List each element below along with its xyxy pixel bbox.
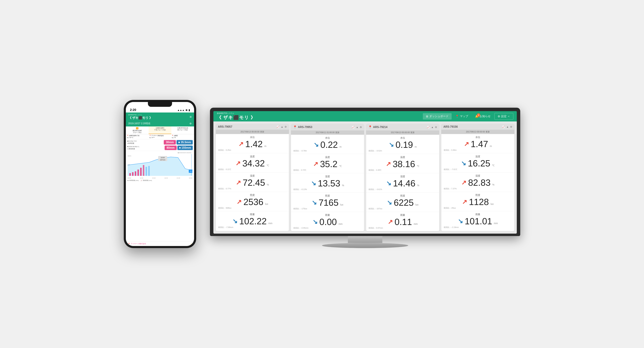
monitor-logo-sub: 森林農業予防システム bbox=[217, 112, 234, 115]
cumulative-rain-label: ■10/26 04:00からの累積雨量 bbox=[127, 146, 164, 150]
metric-arrow-2-1: ↗ bbox=[386, 161, 391, 167]
metric-unit-0-0: m bbox=[264, 145, 266, 148]
upload-icon-0[interactable]: ▲ bbox=[281, 125, 283, 128]
metric-value-2-4: 0.11 bbox=[394, 217, 412, 226]
svg-text:163.5: 163.5 bbox=[128, 155, 131, 157]
metric-row-1-0: 水位 ↘ 0.22 m 前回比：-0.78m bbox=[291, 135, 364, 154]
metric-arrow-3-1: ↘ bbox=[461, 160, 466, 166]
metric-unit-3-3: lux bbox=[490, 203, 494, 206]
sensor-card-1: 📍 ARS-79953 📈 ▲ ⚙ 2017/06/11 01:00:00 更新… bbox=[291, 124, 364, 231]
chart-time-axis: 09:00 12:00 15:00 18:00 21:00 00:00 bbox=[128, 177, 192, 179]
nav-map[interactable]: 📍 マップ bbox=[452, 113, 471, 120]
svg-text:100: 100 bbox=[128, 164, 130, 166]
location-name-0: 台東区浅草5丁目センサー1 bbox=[127, 135, 140, 138]
metric-arrow-0-4: ↘ bbox=[232, 218, 238, 224]
settings-icon-3[interactable]: ⚙ bbox=[510, 125, 512, 128]
location-name-1: アイサーク株式会社センサー bbox=[149, 135, 164, 138]
sensor-cards-grid: ARS-79057 📈 ▲ ⚙ 2017/06/13 00:00:00 更新 水… bbox=[214, 121, 517, 234]
signal-bars-icon: ▲▲▲ bbox=[177, 109, 184, 111]
upload-icon-1[interactable]: ▲ bbox=[356, 126, 358, 128]
card-id-text-0: ARS-79057 bbox=[218, 125, 232, 128]
card-header-icons-1: 📈 ▲ ⚙ bbox=[352, 126, 362, 128]
metric-label-1-3: 照度 bbox=[294, 194, 362, 197]
chart-icon-2[interactable]: 📈 bbox=[427, 126, 430, 128]
phone-tab-0[interactable]: ⚠ 鹿児島市浜町グループ名1 bbox=[126, 126, 148, 134]
chart-icon-1[interactable]: 📈 bbox=[352, 126, 354, 128]
metric-arrow-0-0: ↗ bbox=[238, 141, 244, 147]
metric-label-1-1: 温度 bbox=[294, 156, 362, 159]
monitor-logo-area: 森林農業予防システム 《 ザキ⬛モリ 》 bbox=[217, 112, 256, 121]
metric-sub-2-3: 前回比：-167lux bbox=[368, 207, 437, 210]
nav-notifications[interactable]: 🔔 1 お知らせ bbox=[472, 113, 494, 120]
legend-hourly: ■ 1時間雨量 (mm) bbox=[128, 180, 138, 181]
svg-rect-8 bbox=[148, 166, 150, 176]
metric-label-1-4: 雨量 bbox=[294, 214, 362, 217]
location-pin-icon: 📍 bbox=[293, 125, 297, 129]
chart-icon-3[interactable]: 📈 bbox=[502, 125, 505, 128]
metric-sub-3-4: 前回比：-2.19mm bbox=[444, 226, 512, 229]
tab-1-label: 台東区浅草5丁目グループ名2 bbox=[149, 127, 171, 131]
metric-row-1-2: 湿度 ↘ 13.53 % 前回比：-0.13% bbox=[291, 173, 364, 193]
hour-rain-label: ■02:20までの1時間雨量 bbox=[127, 140, 163, 145]
monitor-topbar: 森林農業予防システム 《 ザキ⬛モリ 》 ⊞ ダッシュボード 📍 マップ bbox=[214, 111, 517, 121]
metric-sub-2-1: 前回比：4.39℃ bbox=[368, 169, 437, 171]
phone-gear-icon[interactable]: ⚙ bbox=[190, 122, 192, 125]
bell-icon-wrapper: 🔔 1 bbox=[475, 115, 478, 118]
metric-value-3-4: 101.01 bbox=[465, 217, 492, 226]
metric-value-0-4: 102.22 bbox=[239, 217, 267, 226]
nav-settings[interactable]: ⚙ 設定 ＜ bbox=[494, 113, 513, 120]
monitor-wrapper: 森林農業予防システム 《 ザキ⬛モリ 》 ⊞ ダッシュボード 📍 マップ bbox=[210, 108, 520, 248]
settings-icon-0[interactable]: ⚙ bbox=[284, 125, 287, 128]
location-item-0: 📍 台東区浅草5丁目センサー1 bbox=[127, 135, 148, 138]
phone-tab-2[interactable]: 広島市中区住吉町グループ名3 bbox=[171, 126, 194, 134]
metric-sub-1-3: 前回比：-175lux bbox=[294, 207, 362, 210]
cumulative-value-1: 80mm bbox=[164, 146, 177, 150]
upload-icon-2[interactable]: ▲ bbox=[431, 126, 434, 128]
metric-sub-1-1: 前回比：3.74℃ bbox=[294, 169, 362, 171]
sensor-card-0: ARS-79057 📈 ▲ ⚙ 2017/06/13 00:00:00 更新 水… bbox=[216, 124, 289, 231]
metric-value-1-4: 0.00 bbox=[320, 217, 337, 226]
metric-arrow-1-1: ↗ bbox=[313, 161, 318, 167]
metric-value-0-3: 2536 bbox=[244, 197, 264, 206]
metric-arrow-3-2: ↗ bbox=[461, 180, 466, 186]
metric-value-row-1-3: ↘ 7165 lux bbox=[294, 198, 362, 207]
metric-arrow-2-0: ↘ bbox=[389, 142, 394, 148]
card-body-2: 水位 ↘ 0.19 m 前回比：-0.52m 温度 ↗ 38.16 ℃ bbox=[366, 135, 439, 231]
card-id-text-3: ARS-79156 bbox=[443, 125, 458, 128]
footer-warning-icon: ⚠ bbox=[190, 243, 192, 245]
monitor-nav: ⊞ ダッシュボード 📍 マップ 🔔 1 お知らせ bbox=[423, 113, 513, 120]
upload-icon-3[interactable]: ▲ bbox=[506, 125, 509, 128]
metric-row-3-2: 湿度 ↗ 82.83 % 前回比：7.37% bbox=[441, 173, 514, 192]
metric-value-3-0: 1.47 bbox=[471, 140, 488, 148]
metric-label-0-4: 雨量 bbox=[218, 213, 286, 216]
metric-arrow-2-2: ↘ bbox=[386, 180, 391, 186]
metric-arrow-1-3: ↘ bbox=[312, 200, 317, 206]
metric-row-3-0: 水位 ↗ 1.47 m 前回比：0.46m bbox=[441, 134, 514, 153]
metric-value-row-3-2: ↗ 82.83 % bbox=[444, 178, 512, 187]
phone-tab-1[interactable]: 台東区浅草5丁目グループ名2 bbox=[148, 126, 171, 134]
metric-arrow-2-4: ↗ bbox=[388, 219, 393, 225]
metric-label-0-3: 照度 bbox=[218, 194, 286, 197]
settings-icon-1[interactable]: ⚙ bbox=[360, 126, 362, 128]
map-pin-icon: 📍 bbox=[456, 115, 459, 118]
phone-logo-area: 森林農業予防システム 《 ザキ⬛モリ 》 bbox=[128, 114, 152, 120]
metric-sub-3-2: 前回比：7.37% bbox=[444, 187, 512, 190]
hamburger-icon[interactable]: ≡ bbox=[190, 115, 192, 119]
metric-label-1-0: 水位 bbox=[294, 136, 362, 140]
metric-value-1-0: 0.22 bbox=[320, 140, 338, 149]
metric-arrow-3-3: ↗ bbox=[462, 199, 467, 205]
battery-icon: ▮ bbox=[188, 109, 190, 111]
metric-unit-2-4: mm bbox=[414, 223, 418, 226]
metric-label-2-2: 湿度 bbox=[368, 175, 437, 178]
monitor-stand-neck bbox=[348, 236, 382, 243]
nav-dashboard[interactable]: ⊞ ダッシュボード bbox=[423, 113, 452, 120]
settings-icon-2[interactable]: ⚙ bbox=[435, 126, 437, 128]
metric-sub-2-2: 前回比：-3.61% bbox=[368, 188, 437, 191]
location-row: 📍 台東区浅草5丁目センサー1 📍 アイサーク株式会社センサー 📍 台東区センサ bbox=[126, 134, 194, 139]
chart-icon-0[interactable]: 📈 bbox=[276, 125, 280, 128]
notification-badge: 1 bbox=[477, 113, 480, 117]
metric-arrow-3-4: ↘ bbox=[458, 218, 463, 224]
metric-row-0-0: 水位 ↗ 1.42 m 前回比：0.25m bbox=[216, 134, 289, 153]
metric-value-0-2: 72.45 bbox=[243, 178, 265, 187]
legend-cumulative: 📈 累積雨量 (mm) bbox=[141, 180, 152, 181]
